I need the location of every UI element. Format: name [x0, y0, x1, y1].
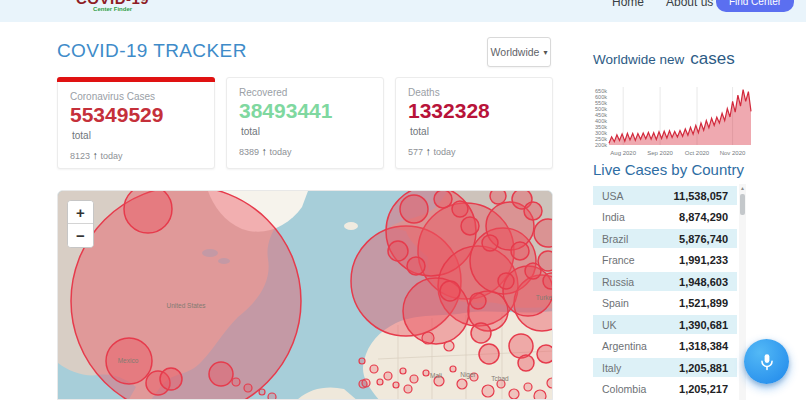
logo[interactable]: COVID-19 Center Finder	[76, 0, 149, 13]
case-bubble[interactable]	[404, 385, 412, 393]
logo-subtitle: Center Finder	[76, 6, 149, 13]
live-cases-title: Live Cases by Country	[593, 161, 744, 178]
case-bubble[interactable]	[524, 202, 542, 220]
country-cases: 1,205,881	[679, 362, 728, 374]
case-bubble[interactable]	[444, 341, 454, 351]
country-name: UK	[602, 319, 617, 331]
live-cases-table: USA11,538,057India8,874,290Brazil5,876,7…	[593, 186, 737, 400]
map-place-label: Niger	[460, 371, 476, 379]
case-bubble[interactable]	[470, 293, 486, 309]
case-bubble[interactable]	[71, 191, 301, 400]
map-place-label: Mexico	[118, 357, 139, 364]
case-bubble[interactable]	[498, 273, 514, 289]
case-bubble[interactable]	[370, 365, 378, 373]
map-place-label: Turke	[536, 294, 553, 301]
case-bubble[interactable]	[479, 344, 499, 364]
case-bubble[interactable]	[407, 257, 425, 275]
navbar: COVID-19 Center Finder Home About us Fin…	[0, 0, 806, 22]
case-bubble[interactable]	[393, 382, 399, 388]
case-bubble[interactable]	[490, 191, 506, 204]
case-bubble[interactable]	[547, 378, 553, 388]
case-bubble[interactable]	[359, 358, 365, 364]
voice-mic-button[interactable]	[744, 339, 789, 384]
stat-today: 8389 ↑ today	[239, 145, 371, 157]
chevron-down-icon: ▾	[543, 48, 547, 57]
case-bubble[interactable]	[259, 389, 265, 395]
case-bubble[interactable]	[482, 385, 494, 397]
stat-label: Deaths	[408, 87, 540, 98]
page-title: COVID-19 TRACKER	[57, 40, 247, 62]
scrollbar-thumb[interactable]	[740, 194, 745, 215]
country-name: Argentina	[602, 340, 647, 352]
case-bubble[interactable]	[434, 191, 452, 208]
map-place-label: Tchad	[491, 375, 509, 382]
case-bubble[interactable]	[124, 191, 172, 233]
stat-today: 577 ↑ today	[408, 145, 540, 157]
case-bubble[interactable]	[457, 379, 467, 389]
case-bubble[interactable]	[410, 375, 418, 383]
stat-today: 8123 ↑ today	[70, 149, 202, 161]
case-bubble[interactable]	[537, 345, 553, 363]
map-zoom-in-button[interactable]: +	[68, 201, 93, 224]
country-name: India	[602, 211, 625, 223]
country-name: Colombia	[602, 383, 646, 395]
table-row[interactable]: Argentina1,318,384	[593, 337, 737, 356]
case-bubble[interactable]	[509, 334, 533, 358]
stat-value: 1332328	[408, 98, 540, 124]
table-row[interactable]: Colombia1,205,217	[593, 380, 737, 399]
case-bubble[interactable]	[160, 368, 182, 390]
case-bubble[interactable]	[400, 368, 406, 374]
case-bubble[interactable]	[268, 393, 276, 400]
table-row[interactable]: Italy1,205,881	[593, 358, 737, 377]
case-bubble[interactable]	[518, 355, 534, 371]
case-bubble[interactable]	[461, 217, 479, 235]
map-place-label: United States	[166, 302, 206, 309]
table-row[interactable]: India8,874,290	[593, 208, 737, 227]
case-bubble[interactable]	[471, 323, 491, 343]
stat-total: total	[239, 126, 371, 137]
find-center-button[interactable]: Find Center	[716, 0, 794, 12]
stat-card-deaths[interactable]: Deaths 1332328 total 577 ↑ today	[395, 77, 553, 169]
nav-link-about[interactable]: About us	[666, 0, 713, 9]
region-dropdown[interactable]: Worldwide ▾	[487, 37, 551, 67]
case-bubble[interactable]	[232, 378, 240, 386]
table-row[interactable]: Brazil5,876,740	[593, 229, 737, 248]
case-bubble[interactable]	[450, 366, 456, 372]
case-bubble[interactable]	[543, 273, 553, 289]
case-bubble[interactable]	[534, 390, 546, 400]
case-bubble[interactable]	[388, 241, 408, 261]
case-bubble[interactable]	[524, 383, 532, 391]
case-bubble[interactable]	[511, 242, 529, 260]
case-bubble[interactable]	[525, 263, 541, 279]
table-row[interactable]: USA11,538,057	[593, 186, 737, 205]
case-bubble[interactable]	[452, 201, 468, 217]
country-cases: 5,876,740	[679, 233, 728, 245]
country-cases: 1,205,217	[679, 383, 728, 395]
new-cases-chart: Aug 2020Sep 2020Oct 2020Nov 2020650k600k…	[591, 83, 757, 161]
case-bubble[interactable]	[440, 281, 460, 301]
case-bubble[interactable]	[384, 372, 392, 380]
table-row[interactable]: Russia1,948,603	[593, 272, 737, 291]
case-bubble[interactable]	[400, 195, 428, 223]
case-bubble[interactable]	[422, 332, 434, 344]
table-row[interactable]: UK1,390,681	[593, 315, 737, 334]
landmass-iceland	[344, 222, 358, 230]
case-bubble[interactable]	[362, 379, 370, 387]
case-bubble[interactable]	[209, 362, 233, 386]
case-bubble[interactable]	[244, 384, 252, 392]
stat-card-cases[interactable]: Coronavirus Cases 55349529 total 8123 ↑ …	[57, 77, 215, 169]
table-row[interactable]: France1,991,233	[593, 251, 737, 270]
stat-total: total	[70, 130, 202, 141]
case-bubble[interactable]	[377, 379, 383, 385]
scrollbar-up-arrow[interactable]: ▲	[739, 184, 746, 193]
case-bubble[interactable]	[482, 235, 498, 251]
world-map[interactable]: United StatesMexicoMaliNigerTchadTurke +…	[57, 190, 553, 400]
case-bubble[interactable]	[423, 370, 429, 376]
stat-label: Coronavirus Cases	[70, 91, 202, 102]
table-row[interactable]: Spain1,521,899	[593, 294, 737, 313]
stat-card-recovered[interactable]: Recovered 38493441 total 8389 ↑ today	[226, 77, 384, 169]
nav-link-home[interactable]: Home	[612, 0, 644, 9]
case-bubble[interactable]	[509, 389, 519, 399]
map-zoom-out-button[interactable]: −	[68, 224, 93, 247]
map-zoom-control: + −	[67, 200, 94, 248]
